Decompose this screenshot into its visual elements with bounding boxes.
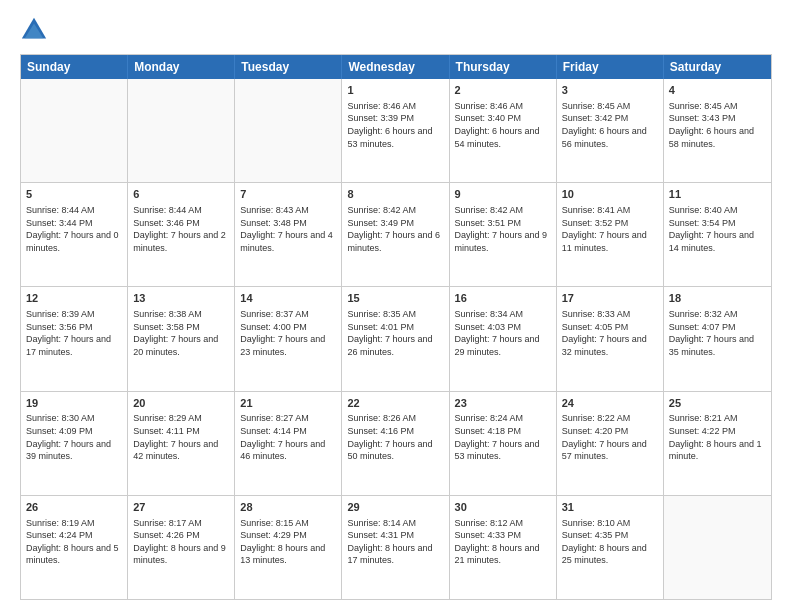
cell-info-text: Sunrise: 8:19 AM Sunset: 4:24 PM Dayligh… <box>26 517 122 567</box>
calendar: Sunday Monday Tuesday Wednesday Thursday… <box>20 54 772 600</box>
cell-date-number: 15 <box>347 291 443 306</box>
calendar-row-3: 12Sunrise: 8:39 AM Sunset: 3:56 PM Dayli… <box>21 286 771 390</box>
cell-info-text: Sunrise: 8:44 AM Sunset: 3:46 PM Dayligh… <box>133 204 229 254</box>
calendar-cell: 19Sunrise: 8:30 AM Sunset: 4:09 PM Dayli… <box>21 392 128 495</box>
cell-info-text: Sunrise: 8:45 AM Sunset: 3:42 PM Dayligh… <box>562 100 658 150</box>
header-wednesday: Wednesday <box>342 55 449 79</box>
cell-date-number: 16 <box>455 291 551 306</box>
cell-date-number: 8 <box>347 187 443 202</box>
calendar-cell: 6Sunrise: 8:44 AM Sunset: 3:46 PM Daylig… <box>128 183 235 286</box>
cell-info-text: Sunrise: 8:42 AM Sunset: 3:51 PM Dayligh… <box>455 204 551 254</box>
calendar-cell: 1Sunrise: 8:46 AM Sunset: 3:39 PM Daylig… <box>342 79 449 182</box>
cell-date-number: 7 <box>240 187 336 202</box>
calendar-cell: 11Sunrise: 8:40 AM Sunset: 3:54 PM Dayli… <box>664 183 771 286</box>
cell-date-number: 31 <box>562 500 658 515</box>
cell-date-number: 5 <box>26 187 122 202</box>
calendar-header: Sunday Monday Tuesday Wednesday Thursday… <box>21 55 771 79</box>
calendar-cell <box>235 79 342 182</box>
cell-info-text: Sunrise: 8:34 AM Sunset: 4:03 PM Dayligh… <box>455 308 551 358</box>
cell-date-number: 28 <box>240 500 336 515</box>
header-tuesday: Tuesday <box>235 55 342 79</box>
calendar-cell: 10Sunrise: 8:41 AM Sunset: 3:52 PM Dayli… <box>557 183 664 286</box>
cell-info-text: Sunrise: 8:33 AM Sunset: 4:05 PM Dayligh… <box>562 308 658 358</box>
header-sunday: Sunday <box>21 55 128 79</box>
cell-info-text: Sunrise: 8:38 AM Sunset: 3:58 PM Dayligh… <box>133 308 229 358</box>
cell-info-text: Sunrise: 8:15 AM Sunset: 4:29 PM Dayligh… <box>240 517 336 567</box>
calendar-row-5: 26Sunrise: 8:19 AM Sunset: 4:24 PM Dayli… <box>21 495 771 599</box>
cell-date-number: 13 <box>133 291 229 306</box>
header-friday: Friday <box>557 55 664 79</box>
cell-date-number: 24 <box>562 396 658 411</box>
cell-info-text: Sunrise: 8:10 AM Sunset: 4:35 PM Dayligh… <box>562 517 658 567</box>
cell-info-text: Sunrise: 8:29 AM Sunset: 4:11 PM Dayligh… <box>133 412 229 462</box>
cell-date-number: 4 <box>669 83 766 98</box>
cell-info-text: Sunrise: 8:46 AM Sunset: 3:39 PM Dayligh… <box>347 100 443 150</box>
cell-date-number: 11 <box>669 187 766 202</box>
cell-info-text: Sunrise: 8:41 AM Sunset: 3:52 PM Dayligh… <box>562 204 658 254</box>
cell-date-number: 21 <box>240 396 336 411</box>
calendar-cell: 25Sunrise: 8:21 AM Sunset: 4:22 PM Dayli… <box>664 392 771 495</box>
cell-info-text: Sunrise: 8:37 AM Sunset: 4:00 PM Dayligh… <box>240 308 336 358</box>
cell-date-number: 22 <box>347 396 443 411</box>
cell-info-text: Sunrise: 8:39 AM Sunset: 3:56 PM Dayligh… <box>26 308 122 358</box>
calendar-cell: 14Sunrise: 8:37 AM Sunset: 4:00 PM Dayli… <box>235 287 342 390</box>
calendar-cell: 30Sunrise: 8:12 AM Sunset: 4:33 PM Dayli… <box>450 496 557 599</box>
calendar-cell: 5Sunrise: 8:44 AM Sunset: 3:44 PM Daylig… <box>21 183 128 286</box>
cell-info-text: Sunrise: 8:30 AM Sunset: 4:09 PM Dayligh… <box>26 412 122 462</box>
calendar-cell: 31Sunrise: 8:10 AM Sunset: 4:35 PM Dayli… <box>557 496 664 599</box>
cell-date-number: 19 <box>26 396 122 411</box>
cell-info-text: Sunrise: 8:22 AM Sunset: 4:20 PM Dayligh… <box>562 412 658 462</box>
header-saturday: Saturday <box>664 55 771 79</box>
header-monday: Monday <box>128 55 235 79</box>
calendar-cell: 12Sunrise: 8:39 AM Sunset: 3:56 PM Dayli… <box>21 287 128 390</box>
cell-date-number: 12 <box>26 291 122 306</box>
calendar-cell: 27Sunrise: 8:17 AM Sunset: 4:26 PM Dayli… <box>128 496 235 599</box>
cell-date-number: 9 <box>455 187 551 202</box>
calendar-cell: 9Sunrise: 8:42 AM Sunset: 3:51 PM Daylig… <box>450 183 557 286</box>
cell-date-number: 27 <box>133 500 229 515</box>
calendar-cell: 26Sunrise: 8:19 AM Sunset: 4:24 PM Dayli… <box>21 496 128 599</box>
cell-date-number: 1 <box>347 83 443 98</box>
cell-date-number: 3 <box>562 83 658 98</box>
cell-info-text: Sunrise: 8:24 AM Sunset: 4:18 PM Dayligh… <box>455 412 551 462</box>
cell-date-number: 14 <box>240 291 336 306</box>
cell-info-text: Sunrise: 8:12 AM Sunset: 4:33 PM Dayligh… <box>455 517 551 567</box>
cell-date-number: 26 <box>26 500 122 515</box>
cell-info-text: Sunrise: 8:42 AM Sunset: 3:49 PM Dayligh… <box>347 204 443 254</box>
cell-date-number: 2 <box>455 83 551 98</box>
page: Sunday Monday Tuesday Wednesday Thursday… <box>0 0 792 612</box>
calendar-cell: 16Sunrise: 8:34 AM Sunset: 4:03 PM Dayli… <box>450 287 557 390</box>
calendar-cell: 24Sunrise: 8:22 AM Sunset: 4:20 PM Dayli… <box>557 392 664 495</box>
cell-info-text: Sunrise: 8:43 AM Sunset: 3:48 PM Dayligh… <box>240 204 336 254</box>
header <box>20 16 772 44</box>
calendar-cell: 17Sunrise: 8:33 AM Sunset: 4:05 PM Dayli… <box>557 287 664 390</box>
cell-info-text: Sunrise: 8:46 AM Sunset: 3:40 PM Dayligh… <box>455 100 551 150</box>
cell-date-number: 30 <box>455 500 551 515</box>
cell-date-number: 25 <box>669 396 766 411</box>
cell-info-text: Sunrise: 8:32 AM Sunset: 4:07 PM Dayligh… <box>669 308 766 358</box>
cell-date-number: 20 <box>133 396 229 411</box>
calendar-cell: 7Sunrise: 8:43 AM Sunset: 3:48 PM Daylig… <box>235 183 342 286</box>
cell-date-number: 18 <box>669 291 766 306</box>
cell-info-text: Sunrise: 8:14 AM Sunset: 4:31 PM Dayligh… <box>347 517 443 567</box>
calendar-cell: 3Sunrise: 8:45 AM Sunset: 3:42 PM Daylig… <box>557 79 664 182</box>
calendar-cell: 23Sunrise: 8:24 AM Sunset: 4:18 PM Dayli… <box>450 392 557 495</box>
calendar-row-4: 19Sunrise: 8:30 AM Sunset: 4:09 PM Dayli… <box>21 391 771 495</box>
calendar-cell <box>128 79 235 182</box>
calendar-cell: 8Sunrise: 8:42 AM Sunset: 3:49 PM Daylig… <box>342 183 449 286</box>
calendar-body: 1Sunrise: 8:46 AM Sunset: 3:39 PM Daylig… <box>21 79 771 599</box>
logo <box>20 16 52 44</box>
calendar-cell: 4Sunrise: 8:45 AM Sunset: 3:43 PM Daylig… <box>664 79 771 182</box>
cell-date-number: 17 <box>562 291 658 306</box>
cell-info-text: Sunrise: 8:21 AM Sunset: 4:22 PM Dayligh… <box>669 412 766 462</box>
cell-info-text: Sunrise: 8:40 AM Sunset: 3:54 PM Dayligh… <box>669 204 766 254</box>
calendar-cell: 20Sunrise: 8:29 AM Sunset: 4:11 PM Dayli… <box>128 392 235 495</box>
header-thursday: Thursday <box>450 55 557 79</box>
calendar-cell <box>21 79 128 182</box>
cell-date-number: 29 <box>347 500 443 515</box>
calendar-cell: 18Sunrise: 8:32 AM Sunset: 4:07 PM Dayli… <box>664 287 771 390</box>
cell-info-text: Sunrise: 8:35 AM Sunset: 4:01 PM Dayligh… <box>347 308 443 358</box>
calendar-row-2: 5Sunrise: 8:44 AM Sunset: 3:44 PM Daylig… <box>21 182 771 286</box>
calendar-cell: 22Sunrise: 8:26 AM Sunset: 4:16 PM Dayli… <box>342 392 449 495</box>
cell-date-number: 23 <box>455 396 551 411</box>
